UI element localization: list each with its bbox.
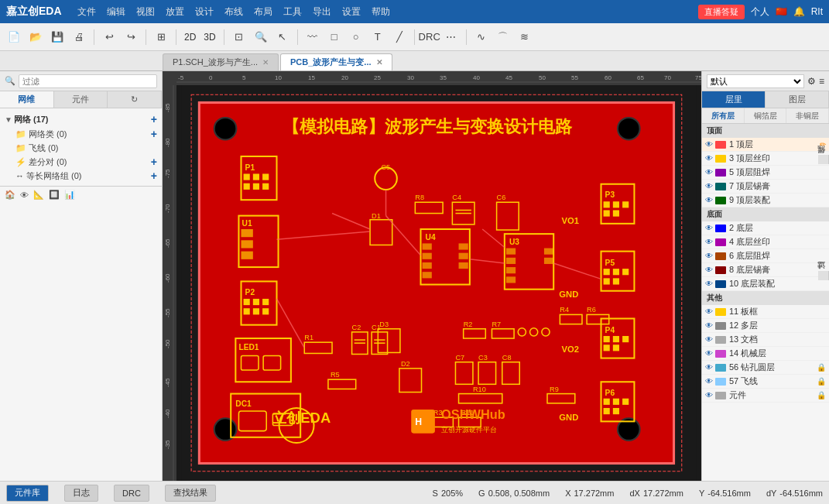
extra-btn2[interactable]: ⌒: [494, 28, 512, 46]
eye-icon-15[interactable]: 👁: [705, 363, 713, 372]
rp-tab-layers[interactable]: 层里: [702, 91, 766, 108]
ratsnest-item[interactable]: 📁 飞线 (0): [5, 141, 157, 155]
menu-export[interactable]: 导出: [313, 5, 331, 19]
extra-btn1[interactable]: ∿: [472, 28, 491, 46]
tab-pcb[interactable]: PCB_波形产生与变... ✕: [280, 53, 392, 70]
tab-search-results[interactable]: 查找结果: [165, 485, 216, 502]
live-button[interactable]: 直播答疑: [698, 5, 745, 19]
rect-tool[interactable]: □: [325, 28, 344, 46]
eye-icon-13[interactable]: 👁: [705, 335, 713, 344]
filter-panel-tab[interactable]: 过滤: [818, 271, 829, 280]
layer-top-paste[interactable]: 👁 7 顶层锡膏: [702, 180, 829, 194]
wire-tool[interactable]: 〰: [303, 28, 322, 46]
eye-icon-5[interactable]: 👁: [705, 196, 713, 204]
layer-doc[interactable]: 👁 13 文档: [702, 333, 829, 347]
filter-input[interactable]: [19, 74, 157, 88]
save-button[interactable]: 💾: [48, 28, 67, 46]
menu-route[interactable]: 布线: [224, 5, 243, 19]
view-2d[interactable]: 2D: [182, 32, 198, 43]
eye-icon-8[interactable]: 👁: [705, 252, 713, 260]
eye-icon-4[interactable]: 👁: [705, 182, 713, 190]
eye-icon-11[interactable]: 👁: [705, 307, 713, 316]
length-group-item[interactable]: ↔ 等长网络组 (0) +: [5, 169, 157, 183]
circle-tool[interactable]: ○: [347, 28, 365, 46]
tab-schematic-close[interactable]: ✕: [262, 58, 269, 67]
add-class-button[interactable]: +: [151, 128, 157, 140]
user-label[interactable]: 个人: [751, 5, 769, 19]
layer-mech[interactable]: 👁 14 机械层: [702, 347, 829, 361]
tab-pcb-close[interactable]: ✕: [376, 58, 382, 67]
tab-network[interactable]: 网维: [0, 91, 54, 108]
menu-tools[interactable]: 工具: [283, 5, 302, 19]
layer-component[interactable]: 👁 元件 🔒: [702, 389, 829, 403]
tab-refresh[interactable]: ↻: [108, 91, 162, 108]
layer-top-silkscreen[interactable]: 👁 3 顶层丝印: [702, 152, 829, 166]
notification-icon[interactable]: 🔔: [793, 6, 805, 17]
layer-top-mask[interactable]: 👁 5 顶层阻焊: [702, 166, 829, 180]
eye-icon-2[interactable]: 👁: [705, 154, 713, 163]
diff-pair-item[interactable]: ⚡ 差分对 (0) +: [5, 155, 157, 169]
text-tool[interactable]: T: [368, 28, 387, 46]
redo-button[interactable]: ↪: [122, 28, 140, 46]
new-button[interactable]: 📄: [5, 28, 23, 46]
layer-sub-copper[interactable]: 铜箔层: [745, 108, 787, 123]
menu-place[interactable]: 放置: [166, 5, 184, 19]
eye-icon-3[interactable]: 👁: [705, 168, 713, 177]
layer-bottom[interactable]: 👁 2 底层: [702, 221, 829, 235]
menu-settings[interactable]: 设置: [342, 5, 361, 19]
zoom-fit[interactable]: ⊡: [230, 28, 248, 46]
eye-icon-17[interactable]: 👁: [705, 391, 713, 399]
layer-bottom-asm[interactable]: 👁 10 底层装配: [702, 277, 829, 291]
network-header[interactable]: ▼ 网络 (17) +: [5, 111, 157, 127]
eye-icon-7[interactable]: 👁: [705, 238, 713, 246]
canvas-area[interactable]: -5 0 5 10 15 20 25 30 35 40 45 50 55 60 …: [163, 71, 701, 481]
undo-button[interactable]: ↩: [100, 28, 118, 46]
select-tool[interactable]: ↖: [273, 28, 292, 46]
eye-icon-9[interactable]: 👁: [705, 266, 713, 274]
eye-icon-10[interactable]: 👁: [705, 279, 713, 288]
eye-icon-14[interactable]: 👁: [705, 349, 713, 358]
print-button[interactable]: 🖨: [70, 28, 88, 46]
eye-icon-12[interactable]: 👁: [705, 321, 713, 330]
drc-button[interactable]: DRC: [420, 28, 439, 46]
open-button[interactable]: 📂: [26, 28, 45, 46]
add-diff-button[interactable]: +: [151, 156, 157, 168]
eye-icon-6[interactable]: 👁: [705, 224, 713, 232]
network-class-item[interactable]: 📁 网络类 (0) +: [5, 127, 157, 141]
layer-sub-noncopper[interactable]: 非铜层: [786, 108, 829, 123]
menu-layout[interactable]: 布局: [254, 5, 272, 19]
menu-help[interactable]: 帮助: [372, 5, 390, 19]
tab-component-library[interactable]: 元件库: [6, 485, 49, 502]
tab-log[interactable]: 日志: [64, 485, 98, 502]
layer-board-outline[interactable]: 👁 11 板框: [702, 305, 829, 319]
expand-icon[interactable]: ≡: [819, 76, 824, 87]
pcb-canvas[interactable]: 【模拟电路】波形产生与变换设计电路 P1 U1: [176, 85, 701, 481]
tab-components[interactable]: 元件: [54, 91, 108, 108]
lock-icon-rats[interactable]: 🔒: [817, 377, 826, 386]
layer-multi[interactable]: 👁 12 多层: [702, 319, 829, 333]
menu-design[interactable]: 设计: [195, 5, 214, 19]
grid-button[interactable]: ⊞: [152, 28, 170, 46]
settings-icon[interactable]: ⚙: [807, 76, 816, 87]
extra-btn3[interactable]: ≋: [516, 28, 534, 46]
rp-tab-diagram[interactable]: 图层: [766, 91, 829, 108]
view-3d[interactable]: 3D: [201, 32, 218, 43]
more-tools[interactable]: ⋯: [442, 28, 461, 46]
menu-view[interactable]: 视图: [136, 5, 155, 19]
layer-drill[interactable]: 👁 56 钻孔圆层 🔒: [702, 361, 829, 375]
layer-top[interactable]: 👁 1 顶层 ✏: [702, 138, 829, 152]
add-length-button[interactable]: +: [151, 170, 157, 182]
eye-icon-1[interactable]: 👁: [705, 140, 713, 149]
properties-panel-tab[interactable]: 属性: [818, 155, 829, 164]
layer-top-assembly[interactable]: 👁 9 顶层装配: [702, 194, 829, 207]
tab-drc[interactable]: DRC: [114, 485, 149, 502]
layer-bottom-silk[interactable]: 👁 4 底层丝印: [702, 235, 829, 249]
layer-bottom-paste[interactable]: 👁 8 底层锡膏: [702, 263, 829, 277]
zoom-in[interactable]: 🔍: [252, 28, 270, 46]
layer-sub-all[interactable]: 所有层: [702, 108, 745, 123]
add-network-button[interactable]: +: [151, 113, 157, 125]
lock-icon-drill[interactable]: 🔒: [817, 363, 826, 372]
menu-file[interactable]: 文件: [77, 5, 96, 19]
tab-schematic[interactable]: P1.SCH_波形与产生... ✕: [163, 53, 279, 70]
layer-ratsnest[interactable]: 👁 57 飞线 🔒: [702, 375, 829, 389]
